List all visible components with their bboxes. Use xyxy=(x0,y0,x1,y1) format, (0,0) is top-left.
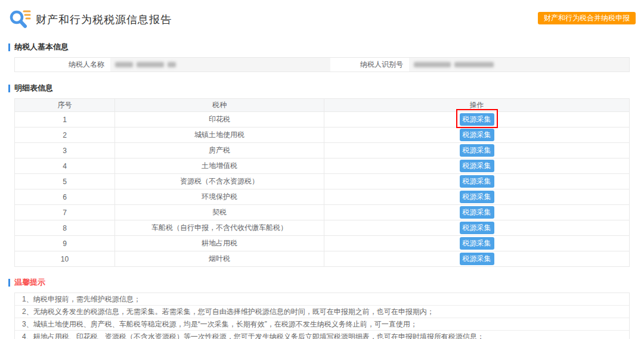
table-row: 7 契税 税源采集 xyxy=(15,205,630,220)
row-no: 2 xyxy=(15,127,115,143)
table-row: 10 烟叶税 税源采集 xyxy=(15,251,630,267)
row-no: 7 xyxy=(15,205,115,220)
section-bar xyxy=(8,85,10,92)
highlight-red-box: 税源采集 xyxy=(460,113,494,126)
magnifier-list-icon xyxy=(8,8,31,31)
tips-box: 1、纳税申报前，需先维护税源信息； 2、无纳税义务发生的税源信息，无需采集。若需… xyxy=(14,293,630,339)
row-tax: 城镇土地使用税 xyxy=(115,127,324,143)
row-no: 5 xyxy=(15,174,115,189)
taxpayer-name-label: 纳税人名称 xyxy=(15,58,110,71)
table-row: 4 土地增值税 税源采集 xyxy=(15,158,630,174)
taxpayer-id-label: 纳税人识别号 xyxy=(330,58,409,71)
basic-info-section-title: 纳税人基本信息 xyxy=(14,42,69,52)
tips-section-title: 温馨提示 xyxy=(14,277,45,288)
tip-item: 4、耕地占用税、印花税、资源税（不含水资源税）等一次性税源，您可于发生纳税义务后… xyxy=(15,331,629,339)
redacted-value xyxy=(137,62,164,67)
row-tax: 烟叶税 xyxy=(115,251,324,267)
tax-detail-table: 序号 税种 操作 1 印花税 税源采集 2 城镇土地使用税 税源采集 3 xyxy=(14,98,630,267)
table-row: 5 资源税（不含水资源税） 税源采集 xyxy=(15,174,630,189)
taxpayer-id-value xyxy=(409,58,629,71)
row-tax: 车船税（自行申报，不含代收代缴车船税） xyxy=(115,220,324,236)
row-no: 10 xyxy=(15,251,115,267)
collect-source-button[interactable]: 税源采集 xyxy=(460,206,494,219)
merge-declare-button[interactable]: 财产和行为税合并纳税申报 xyxy=(538,12,636,24)
row-tax: 印花税 xyxy=(115,112,324,127)
redacted-value xyxy=(454,62,494,67)
section-bar xyxy=(8,279,10,287)
table-row: 3 房产税 税源采集 xyxy=(15,143,630,158)
row-no: 1 xyxy=(15,112,115,127)
collect-source-button[interactable]: 税源采集 xyxy=(460,160,494,172)
collect-source-button[interactable]: 税源采集 xyxy=(460,191,494,203)
page: 财产和行为税税源信息报告 财产和行为税合并纳税申报 纳税人基本信息 纳税人名称 … xyxy=(0,0,644,339)
detail-section-header: 明细表信息 xyxy=(8,83,644,94)
taxpayer-info-row: 纳税人名称 纳税人识别号 xyxy=(14,57,630,72)
taxpayer-name-value xyxy=(110,58,330,71)
row-no: 8 xyxy=(15,220,115,236)
collect-source-button[interactable]: 税源采集 xyxy=(460,129,494,141)
row-tax: 环境保护税 xyxy=(115,189,324,205)
tips-section-header: 温馨提示 xyxy=(8,277,644,288)
collect-source-button[interactable]: 税源采集 xyxy=(460,237,494,250)
table-row: 2 城镇土地使用税 税源采集 xyxy=(15,127,630,143)
tip-item: 1、纳税申报前，需先维护税源信息； xyxy=(15,293,629,306)
row-tax: 房产税 xyxy=(115,143,324,158)
row-no: 9 xyxy=(15,236,115,251)
section-bar xyxy=(8,43,10,51)
column-header-tax: 税种 xyxy=(115,99,324,112)
collect-source-button[interactable]: 税源采集 xyxy=(460,113,494,126)
row-tax: 资源税（不含水资源税） xyxy=(115,174,324,189)
redacted-value xyxy=(168,62,176,67)
redacted-value xyxy=(414,62,451,67)
table-row: 1 印花税 税源采集 xyxy=(15,112,630,127)
row-no: 6 xyxy=(15,189,115,205)
table-header-row: 序号 税种 操作 xyxy=(15,99,630,112)
page-header: 财产和行为税税源信息报告 财产和行为税合并纳税申报 xyxy=(0,0,644,36)
row-tax: 契税 xyxy=(115,205,324,220)
row-tax: 耕地占用税 xyxy=(115,236,324,251)
table-row: 8 车船税（自行申报，不含代收代缴车船税） 税源采集 xyxy=(15,220,630,236)
collect-source-button[interactable]: 税源采集 xyxy=(460,253,494,265)
page-title: 财产和行为税税源信息报告 xyxy=(36,13,172,27)
row-no: 3 xyxy=(15,143,115,158)
row-tax: 土地增值税 xyxy=(115,158,324,174)
basic-info-section-header: 纳税人基本信息 xyxy=(8,42,644,52)
row-no: 4 xyxy=(15,158,115,174)
tip-item: 3、城镇土地使用税、房产税、车船税等稳定税源，均是“一次采集，长期有效”，在税源… xyxy=(15,318,629,331)
redacted-value xyxy=(115,62,133,67)
column-header-no: 序号 xyxy=(15,99,115,112)
tip-item: 2、无纳税义务发生的税源信息，无需采集。若需采集，您可自由选择维护税源信息的时间… xyxy=(15,306,629,318)
detail-section-title: 明细表信息 xyxy=(14,83,53,94)
collect-source-button[interactable]: 税源采集 xyxy=(460,144,494,157)
collect-source-button[interactable]: 税源采集 xyxy=(460,222,494,234)
table-row: 9 耕地占用税 税源采集 xyxy=(15,236,630,251)
collect-source-button[interactable]: 税源采集 xyxy=(460,175,494,188)
table-row: 6 环境保护税 税源采集 xyxy=(15,189,630,205)
